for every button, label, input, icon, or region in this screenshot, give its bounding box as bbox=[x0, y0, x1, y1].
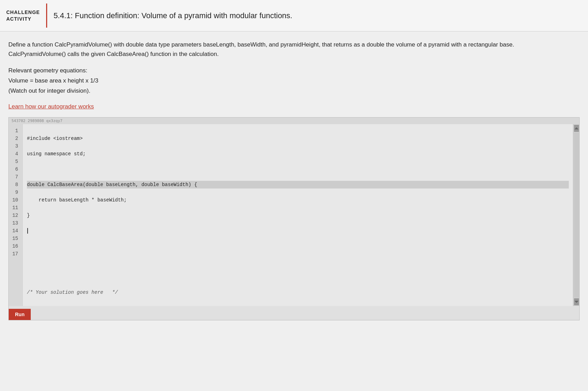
main-content: Define a function CalcPyramidVolume() wi… bbox=[0, 31, 588, 320]
code-line-9 bbox=[27, 258, 569, 265]
line-num-7: 7 bbox=[12, 173, 18, 181]
challenge-label: CHALLENGE bbox=[6, 9, 40, 15]
page-title: 5.4.1: Function definition: Volume of a … bbox=[53, 3, 292, 28]
code-text-area[interactable]: #include <iostream> using namespace std;… bbox=[23, 124, 573, 306]
code-line-11: /* Your solution goes here */ bbox=[27, 289, 569, 296]
line-num-11: 11 bbox=[12, 204, 18, 212]
code-line-8 bbox=[27, 242, 569, 250]
page-wrapper: CHALLENGE ACTIVITY 5.4.1: Function defin… bbox=[0, 0, 588, 391]
geometry-block: Relevant geometry equations: Volume = ba… bbox=[8, 66, 580, 96]
code-line-1: #include <iostream> bbox=[27, 135, 569, 142]
challenge-activity-label: CHALLENGE ACTIVITY bbox=[6, 3, 47, 28]
code-editor: 543702 2989808 qx3zqy7 1 2 3 4 5 6 7 8 9… bbox=[8, 117, 580, 320]
svg-marker-0 bbox=[574, 127, 579, 129]
autograder-link[interactable]: Learn how our autograder works bbox=[8, 103, 94, 110]
line-num-15: 15 bbox=[12, 235, 18, 242]
geometry-line1: Volume = base area x height x 1/3 bbox=[8, 76, 580, 86]
code-line-6: } bbox=[27, 212, 569, 219]
description-paragraph: Define a function CalcPyramidVolume() wi… bbox=[8, 40, 553, 59]
geometry-heading: Relevant geometry equations: bbox=[8, 66, 580, 76]
svg-marker-1 bbox=[574, 301, 579, 303]
line-num-8: 8 bbox=[12, 181, 18, 189]
line-num-3: 3 bbox=[12, 142, 18, 150]
line-num-6: 6 bbox=[12, 165, 18, 173]
header-bar: CHALLENGE ACTIVITY 5.4.1: Function defin… bbox=[0, 0, 588, 31]
description-text: Define a function CalcPyramidVolume() wi… bbox=[8, 40, 553, 59]
line-num-14: 14 bbox=[12, 227, 18, 235]
code-id-bar: 543702 2989808 qx3zqy7 bbox=[9, 118, 579, 124]
code-line-2: using namespace std; bbox=[27, 150, 569, 158]
line-num-1: 1 bbox=[12, 127, 18, 135]
line-num-9: 9 bbox=[12, 189, 18, 196]
cursor bbox=[27, 228, 28, 234]
scrollbar-down-arrow[interactable] bbox=[574, 298, 579, 305]
line-num-12: 12 bbox=[12, 212, 18, 219]
code-line-12 bbox=[27, 304, 569, 306]
code-editor-inner: 1 2 3 4 5 6 7 8 9 10 11 12 13 14 15 16 1 bbox=[9, 124, 579, 306]
code-line-10 bbox=[27, 273, 569, 281]
line-num-13: 13 bbox=[12, 219, 18, 227]
scrollbar[interactable] bbox=[573, 124, 579, 306]
line-num-16: 16 bbox=[12, 242, 18, 250]
geometry-line2: (Watch out for integer division). bbox=[8, 86, 580, 96]
bottom-bar: Run bbox=[9, 306, 579, 320]
line-num-4: 4 bbox=[12, 150, 18, 158]
code-line-7 bbox=[27, 227, 569, 235]
run-button[interactable]: Run bbox=[9, 309, 31, 320]
line-num-10: 10 bbox=[12, 196, 18, 204]
line-num-2: 2 bbox=[12, 135, 18, 142]
scrollbar-track[interactable] bbox=[574, 133, 579, 298]
code-line-3 bbox=[27, 165, 569, 173]
code-line-5: return baseLength * baseWidth; bbox=[27, 196, 569, 204]
scrollbar-up-arrow[interactable] bbox=[574, 125, 579, 132]
line-numbers: 1 2 3 4 5 6 7 8 9 10 11 12 13 14 15 16 1 bbox=[9, 124, 23, 306]
activity-label: ACTIVITY bbox=[6, 16, 40, 22]
line-num-5: 5 bbox=[12, 158, 18, 165]
code-line-4: double CalcBaseArea(double baseLength, d… bbox=[27, 181, 569, 189]
line-num-17: 17 bbox=[12, 250, 18, 258]
